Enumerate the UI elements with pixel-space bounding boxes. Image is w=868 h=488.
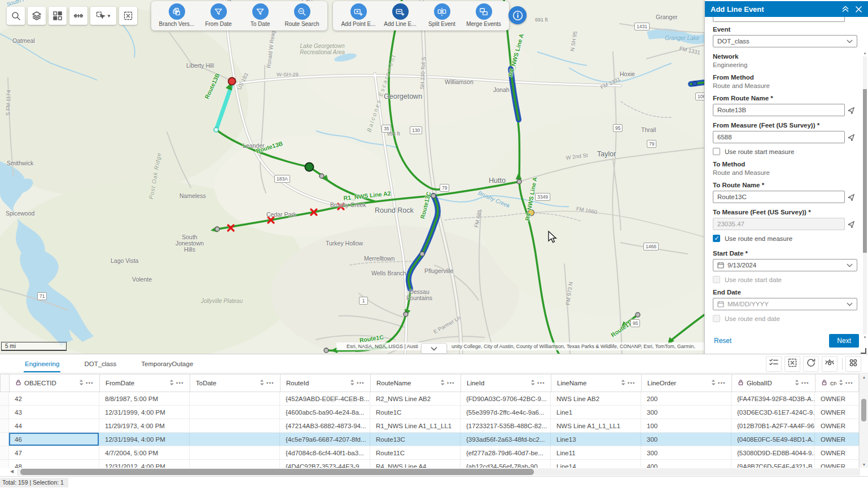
- table-cell[interactable]: [190, 446, 280, 459]
- table-cell[interactable]: {012B70B1-A2F7-4A4F-96...: [731, 419, 815, 432]
- sort-icon[interactable]: [438, 379, 447, 387]
- column-menu-icon[interactable]: •••: [176, 380, 184, 386]
- table-vertical-scrollbar[interactable]: ▲ ▼: [859, 374, 868, 468]
- to-route-name-input[interactable]: [713, 191, 845, 203]
- table-cell[interactable]: [190, 406, 280, 419]
- options-grid-button[interactable]: [845, 356, 861, 372]
- info-button[interactable]: [508, 6, 527, 24]
- column-menu-icon[interactable]: •••: [801, 380, 809, 386]
- pick-from-route-button[interactable]: [848, 106, 856, 114]
- panel-resize-handle[interactable]: [861, 348, 866, 354]
- sort-icon[interactable]: [836, 379, 845, 387]
- tab-dot_class[interactable]: DOT_class: [83, 355, 117, 372]
- column-header-create[interactable]: create•••: [816, 375, 859, 392]
- table-cell[interactable]: {4D4C92B7-3573-44E3-9...: [280, 460, 370, 468]
- table-cell[interactable]: Route11C: [370, 446, 461, 459]
- table-cell[interactable]: {ab12cd34-56ef-78ab-90...: [461, 460, 551, 468]
- table-row[interactable]: 4411/29/1973, 4:00 PM{47214AB3-6882-4873…: [0, 419, 859, 433]
- row-gutter[interactable]: [0, 460, 9, 468]
- table-cell[interactable]: {03D6EC3D-61E7-424C-9...: [731, 406, 815, 419]
- table-cell[interactable]: [190, 433, 280, 446]
- table-cell[interactable]: OWNER: [815, 419, 859, 432]
- row-gutter[interactable]: [0, 433, 9, 446]
- column-header-lineorder[interactable]: LineOrder•••: [642, 375, 732, 392]
- table-row[interactable]: 4612/31/1994, 4:00 PM{4c5e79a6-6687-4207…: [0, 433, 859, 446]
- sort-icon[interactable]: [528, 379, 537, 387]
- table-cell[interactable]: {17233217-535B-488C-82...: [461, 419, 551, 432]
- table-cell[interactable]: {4c5e79a6-6687-4207-8fd...: [280, 433, 370, 446]
- split-event-button[interactable]: Split Event: [421, 3, 463, 27]
- table-cell[interactable]: 400: [641, 460, 731, 468]
- table-row[interactable]: 4812/31/2012, 4:00 PM{4D4C92B7-3573-44E3…: [0, 460, 859, 468]
- column-menu-icon[interactable]: •••: [266, 380, 274, 386]
- table-cell[interactable]: R2_NWS Line AB2: [370, 392, 461, 405]
- table-cell[interactable]: Line11: [551, 446, 641, 459]
- table-cell[interactable]: 42: [9, 392, 99, 405]
- table-cell[interactable]: 4/7/2004, 5:00 PM: [99, 446, 190, 459]
- table-cell[interactable]: 12/31/2012, 4:00 PM: [99, 460, 190, 468]
- sort-icon[interactable]: [77, 379, 86, 387]
- branch-versioning-button[interactable]: Branch Vers...: [156, 3, 198, 27]
- row-gutter[interactable]: [0, 419, 9, 432]
- add-line-event-button[interactable]: Add Line E...: [379, 3, 421, 27]
- basemap-tool[interactable]: [49, 7, 67, 25]
- pick-from-measure-button[interactable]: [848, 133, 856, 141]
- column-header-linename[interactable]: LineName•••: [551, 375, 642, 392]
- table-cell[interactable]: 300: [641, 406, 731, 419]
- column-menu-icon[interactable]: •••: [447, 380, 455, 386]
- row-gutter[interactable]: [0, 392, 9, 405]
- sort-icon[interactable]: [619, 379, 628, 387]
- table-cell[interactable]: 44: [9, 419, 99, 432]
- table-cell[interactable]: {47214AB3-6882-4873-94...: [280, 419, 370, 432]
- table-cell[interactable]: [190, 392, 280, 405]
- hide-fields-button[interactable]: [822, 356, 838, 372]
- table-cell[interactable]: 200: [641, 392, 731, 405]
- scroll-down-arrow[interactable]: ▼: [860, 463, 868, 467]
- pick-to-measure-button[interactable]: [848, 220, 856, 228]
- table-horizontal-scrollbar[interactable]: ◀: [17, 468, 860, 476]
- add-point-event-button[interactable]: Add Point E...: [337, 3, 379, 27]
- table-cell[interactable]: [190, 460, 280, 468]
- sort-icon[interactable]: [709, 379, 718, 387]
- sort-icon[interactable]: [348, 379, 357, 387]
- select-tool[interactable]: ▼: [90, 7, 116, 25]
- column-header-globalid[interactable]: GlobalID•••: [732, 375, 816, 392]
- sort-icon[interactable]: [257, 379, 266, 387]
- table-cell[interactable]: NWS Line AB2: [551, 392, 641, 405]
- column-header-routename[interactable]: RouteName•••: [371, 375, 461, 392]
- map-view[interactable]: OatmealLiberty HillSmithwickSpicewoodNam…: [0, 0, 704, 354]
- column-menu-icon[interactable]: •••: [537, 380, 545, 386]
- table-cell[interactable]: NWS Line A1_L1_LL1: [551, 419, 641, 432]
- table-cell[interactable]: [190, 419, 280, 432]
- checkbox-box[interactable]: [713, 235, 720, 242]
- start-date-picker[interactable]: 9/13/2024: [713, 259, 857, 271]
- table-cell[interactable]: {55e3997d-2ffc-4e4c-9a6...: [461, 406, 551, 419]
- from-measure-input[interactable]: [713, 131, 845, 143]
- table-cell[interactable]: {9A8B7C6D-5E4F-4321-B...: [731, 460, 815, 468]
- close-panel-button[interactable]: [855, 6, 862, 13]
- column-menu-icon[interactable]: •••: [86, 380, 94, 386]
- pick-to-route-button[interactable]: [848, 193, 856, 201]
- end-date-picker[interactable]: MM/DD/YYYY: [713, 298, 857, 310]
- table-cell[interactable]: {452A9ABD-E0EF-4CEB-B...: [280, 392, 370, 405]
- clear-table-selection-button[interactable]: [784, 356, 800, 372]
- table-cell[interactable]: {FA47E394-92F8-4D3B-A...: [731, 392, 815, 405]
- table-cell[interactable]: R1_NWS Line A1_L1_LL1: [370, 419, 461, 432]
- column-menu-icon[interactable]: •••: [845, 380, 853, 386]
- search-tool[interactable]: [7, 7, 25, 25]
- table-row[interactable]: 4312/31/1999, 4:00 PM{4600abc5-ba90-4e24…: [0, 406, 859, 419]
- table-cell[interactable]: {53080D9D-ED8B-4044-9...: [731, 446, 815, 459]
- table-cell[interactable]: {4d7084c8-6cf4-40f1-ba3...: [280, 446, 370, 459]
- table-cell[interactable]: {FD90A03C-9706-42BC-9...: [461, 392, 551, 405]
- column-header-fromdate[interactable]: FromDate•••: [100, 375, 190, 392]
- table-row[interactable]: 474/7/2004, 5:00 PM{4d7084c8-6cf4-40f1-b…: [0, 446, 859, 460]
- column-header-todate[interactable]: ToDate•••: [190, 375, 280, 392]
- column-header-objectid[interactable]: OBJECTID•••: [10, 375, 100, 392]
- table-cell[interactable]: 12/31/1999, 4:00 PM: [99, 406, 190, 419]
- checkbox-box[interactable]: [713, 148, 720, 155]
- scrollbar-thumb[interactable]: [20, 469, 534, 475]
- column-menu-icon[interactable]: •••: [628, 380, 635, 386]
- use-route-end-measure-checkbox[interactable]: Use route end measure: [713, 235, 860, 242]
- collapse-map-button[interactable]: [421, 343, 447, 354]
- from-route-name-input[interactable]: [713, 104, 845, 116]
